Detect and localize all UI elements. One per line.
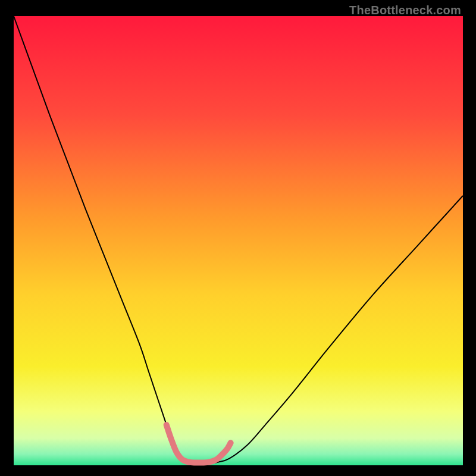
watermark-text: TheBottleneck.com	[349, 4, 461, 17]
chart-frame: TheBottleneck.com	[0, 0, 476, 476]
series-bottleneck-curve	[14, 16, 463, 463]
chart-svg	[14, 16, 463, 465]
series-valley-overlay	[167, 425, 231, 463]
